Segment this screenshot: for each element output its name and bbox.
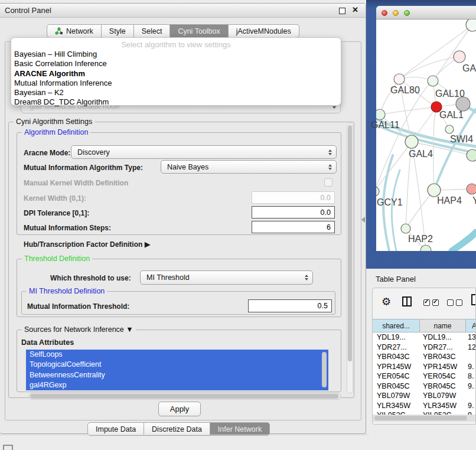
expand-right-icon: ▶	[145, 240, 151, 249]
hub-definition-toggle[interactable]: Hub/Transcription Factor Definition ▶	[24, 240, 151, 249]
mi-threshold-field[interactable]: 0.5	[248, 299, 332, 312]
tab-cyni-toolbox[interactable]: Cyni Toolbox	[170, 24, 228, 38]
zoom-traffic-light-icon[interactable]	[404, 10, 410, 16]
manual-kernel-width-checkbox[interactable]	[324, 178, 332, 187]
sources-title: Sources for Network Inference	[24, 325, 124, 334]
cell-shared-name: YIL052C	[373, 410, 420, 415]
table-row[interactable]: YPR145W YPR145W 9.	[373, 362, 476, 372]
node-gal10[interactable]	[428, 76, 438, 86]
deselect-all-checkbox-icon[interactable]	[447, 299, 454, 306]
table-row[interactable]: YDR27... YDR27... 12	[373, 343, 476, 353]
mi-threshold-value: 0.5	[318, 302, 328, 310]
mi-algorithm-type-value: Naive Bayes	[167, 163, 208, 171]
dpi-tolerance-label: DPI Tolerance [0,1]:	[24, 209, 89, 217]
tab-style[interactable]: Style	[102, 24, 134, 38]
attribute-item[interactable]: TopologicalCoefficient	[26, 360, 328, 370]
cell-col3: 8.	[466, 371, 476, 381]
minimize-traffic-light-icon[interactable]	[393, 10, 399, 16]
attributes-scrollbar[interactable]	[322, 352, 327, 387]
cell-shared-name: YBR045C	[373, 381, 420, 392]
algorithm-option[interactable]: Basic Correlation Inference	[11, 59, 341, 69]
columns-icon[interactable]	[402, 296, 412, 306]
algorithm-option[interactable]: Mutual Information Inference	[11, 79, 341, 88]
cell-name: YER054C	[420, 371, 466, 381]
table-row[interactable]: YBL079W YBL079W	[373, 391, 476, 401]
table-row[interactable]: YIL052C YIL052C 9.	[373, 410, 476, 415]
gear-icon[interactable]: ⚙	[382, 295, 391, 308]
cell-shared-name: YER054C	[373, 371, 420, 381]
node-label: HAP2	[408, 234, 433, 244]
cell-name: YDL19...	[420, 332, 466, 343]
cell-col3	[466, 352, 476, 362]
which-threshold-label: Which threshold to use:	[50, 274, 131, 282]
table-horizontal-scrollbar[interactable]	[373, 415, 476, 422]
settings-vertical-scrollbar[interactable]	[347, 123, 353, 393]
panel-divider-arrow-icon[interactable]	[361, 217, 365, 223]
node-gal4[interactable]	[405, 135, 418, 148]
tab-impute-data-label: Impute Data	[96, 425, 136, 433]
select-all-checkbox-icon[interactable]	[432, 299, 439, 306]
algorithm-option-selected[interactable]: ARACNE Algorithm	[11, 69, 341, 79]
table-panel: ⚙ shared... name A YDL19... YDL19... 13 …	[372, 288, 476, 425]
sources-toggle[interactable]: Sources for Network Inference ▼	[22, 325, 136, 334]
network-window-titlebar	[376, 6, 476, 19]
node-swi4[interactable]	[445, 125, 454, 133]
node-partial-bottom[interactable]	[420, 245, 431, 251]
float-window-icon[interactable]	[339, 8, 345, 14]
stepper-icon	[328, 149, 332, 155]
algorithm-option[interactable]: Bayesian – Hill Climbing	[11, 50, 341, 59]
column-header-shared-name[interactable]: shared...	[373, 319, 420, 332]
tab-impute-data[interactable]: Impute Data	[87, 422, 144, 436]
dpi-tolerance-field[interactable]: 0.0	[252, 206, 335, 219]
table-row[interactable]: YDL19... YDL19... 13	[373, 332, 476, 343]
node-hap4[interactable]	[428, 184, 441, 197]
deselect-all-checkbox-icon[interactable]	[456, 299, 462, 306]
data-attributes-label: Data Attributes	[21, 338, 74, 347]
aracne-mode-combobox[interactable]: Discovery	[71, 145, 337, 159]
tab-cyni-toolbox-label: Cyni Toolbox	[178, 27, 220, 35]
node-hap2[interactable]	[401, 224, 410, 233]
close-traffic-light-icon[interactable]	[382, 10, 387, 16]
node-gcy1[interactable]	[376, 187, 379, 196]
node-gal80[interactable]	[394, 74, 405, 84]
mi-algorithm-type-combobox[interactable]: Naive Bayes	[161, 160, 337, 174]
mi-steps-field[interactable]: 6	[252, 221, 335, 233]
algorithm-option[interactable]: Dream8 DC_TDC Algorithm	[11, 97, 341, 107]
column-header-name[interactable]: name	[420, 319, 466, 332]
close-icon[interactable]: ✕	[352, 5, 358, 14]
attribute-item[interactable]: SelfLoops	[26, 350, 328, 360]
data-attributes-list: SelfLoops TopologicalCoefficient Between…	[26, 350, 328, 390]
control-panel-title: Control Panel	[5, 6, 51, 15]
algorithm-option[interactable]: Bayesian – K2	[11, 88, 341, 97]
which-threshold-combobox[interactable]: MI Threshold	[140, 270, 313, 285]
node-partial-top[interactable]	[466, 19, 476, 31]
table-toolbar: ⚙	[373, 288, 475, 319]
settings-horizontal-scrollbar[interactable]	[28, 393, 341, 400]
tab-select[interactable]: Select	[134, 24, 171, 38]
tab-infer-network[interactable]: Infer Network	[210, 422, 270, 436]
cell-name: YBR043C	[420, 352, 466, 362]
table-row[interactable]: YER054C YER054C 8.	[373, 371, 476, 381]
node-gal-partial[interactable]	[454, 51, 465, 63]
node-pink-right[interactable]	[467, 184, 476, 194]
table-row[interactable]: YLR345W YLR345W 9.	[373, 401, 476, 411]
tab-network[interactable]: Network	[47, 24, 102, 38]
table-row[interactable]: YBR043C YBR043C	[373, 352, 476, 362]
manual-kernel-width-label: Manual Kernel Width Definition	[24, 179, 128, 187]
attribute-item[interactable]: gal4RGexp	[26, 380, 328, 390]
kernel-width-field[interactable]: 0.0	[252, 191, 335, 204]
tab-jactivemnodules[interactable]: jActiveMNodules	[229, 24, 299, 38]
apply-button[interactable]: Apply	[158, 402, 201, 416]
column-header-partial[interactable]: A	[466, 319, 476, 332]
node-gal11[interactable]	[376, 109, 385, 120]
table-row[interactable]: YBR045C YBR045C 9.	[373, 381, 476, 392]
attribute-item[interactable]: BetweennessCentrality	[26, 370, 328, 380]
mi-threshold-label: Mutual Information Threshold:	[27, 302, 129, 311]
export-table-icon[interactable]	[471, 294, 476, 305]
tab-discretize-data[interactable]: Discretize Data	[144, 422, 210, 436]
tab-infer-network-label: Infer Network	[218, 425, 262, 433]
minimized-panel-icon[interactable]	[3, 445, 13, 450]
select-all-checkbox-icon[interactable]	[423, 299, 430, 306]
node-partial-right[interactable]	[467, 149, 476, 161]
tab-discretize-data-label: Discretize Data	[152, 425, 202, 433]
